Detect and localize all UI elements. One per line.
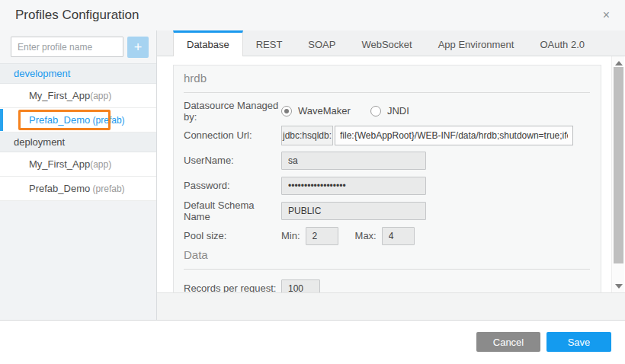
radio-wavemaker-label: WaveMaker bbox=[298, 105, 351, 117]
jdbc-prefix-box: jdbc:hsqldb: bbox=[281, 126, 333, 145]
radio-jndi-label: JNDI bbox=[387, 105, 409, 117]
tab-database[interactable]: Database bbox=[173, 30, 243, 56]
profile-search-row: + bbox=[0, 30, 156, 64]
username-label: UserName: bbox=[184, 155, 281, 166]
pool-max-input[interactable] bbox=[382, 227, 415, 245]
profile-item-label: My_First_App bbox=[29, 158, 90, 170]
profiles-sidebar: + development My_First_App(app) Prefab_D… bbox=[0, 30, 157, 320]
data-section-title: Data bbox=[184, 248, 590, 264]
pool-size-label: Pool size: bbox=[184, 230, 281, 241]
password-row: Password: bbox=[184, 173, 590, 198]
datasource-radio-group: WaveMaker JNDI bbox=[281, 105, 409, 117]
pool-min-input[interactable] bbox=[306, 227, 338, 245]
scroll-up-icon[interactable] bbox=[615, 61, 623, 65]
tab-rest[interactable]: REST bbox=[243, 30, 296, 56]
horizontal-scroll-track[interactable] bbox=[157, 292, 625, 320]
schema-input[interactable] bbox=[281, 202, 426, 220]
tab-soap[interactable]: SOAP bbox=[295, 30, 348, 56]
service-tabbar: Database REST SOAP WebSocket App Environ… bbox=[157, 30, 625, 56]
sidebar-item-my-first-app-dev[interactable]: My_First_App(app) bbox=[0, 84, 156, 108]
sidebar-item-my-first-app-deploy[interactable]: My_First_App(app) bbox=[0, 152, 156, 177]
sidebar-group-development[interactable]: development bbox=[0, 64, 156, 84]
add-profile-button[interactable]: + bbox=[127, 37, 149, 58]
datasource-row: Datasource Managed by: WaveMaker JNDI bbox=[184, 99, 590, 123]
cancel-button[interactable]: Cancel bbox=[476, 332, 540, 352]
pool-max-label: Max: bbox=[355, 230, 377, 241]
radio-option-jndi[interactable]: JNDI bbox=[370, 105, 409, 117]
sidebar-empty-area bbox=[0, 201, 156, 320]
pool-min-label: Min: bbox=[281, 230, 300, 241]
radio-jndi-icon[interactable] bbox=[370, 106, 381, 117]
profile-name-input[interactable] bbox=[11, 37, 123, 57]
sidebar-item-prefab-demo-dev[interactable]: Prefab_Demo (prefab) bbox=[0, 108, 156, 133]
scrollbar-thumb[interactable] bbox=[614, 67, 623, 263]
profile-item-type: (prefab) bbox=[90, 184, 124, 194]
profiles-configuration-dialog: Profiles Configuration × + development M… bbox=[0, 0, 625, 364]
tab-websocket[interactable]: WebSocket bbox=[348, 30, 425, 56]
profile-item-type: (prefab) bbox=[90, 115, 124, 126]
dialog-footer: Cancel Save bbox=[0, 321, 625, 363]
section-divider bbox=[184, 92, 590, 93]
profile-item-type: (app) bbox=[90, 91, 111, 101]
profile-item-type: (app) bbox=[90, 159, 111, 170]
profile-item-label: Prefab_Demo bbox=[29, 183, 90, 194]
sidebar-group-deployment[interactable]: deployment bbox=[0, 133, 156, 152]
vertical-scrollbar[interactable] bbox=[611, 56, 624, 293]
save-button[interactable]: Save bbox=[546, 332, 611, 352]
tab-content: hrdb Datasource Managed by: WaveMaker JN… bbox=[157, 56, 625, 320]
database-config-card: hrdb Datasource Managed by: WaveMaker JN… bbox=[173, 65, 601, 293]
dialog-title: Profiles Configuration bbox=[15, 8, 600, 23]
password-input[interactable] bbox=[281, 177, 426, 195]
close-icon[interactable]: × bbox=[600, 8, 613, 23]
schema-label: Default Schema Name bbox=[184, 200, 281, 222]
dialog-body: + development My_First_App(app) Prefab_D… bbox=[0, 30, 625, 321]
sidebar-item-prefab-demo-deploy[interactable]: Prefab_Demo (prefab) bbox=[0, 177, 156, 201]
connection-url-input[interactable] bbox=[335, 126, 573, 145]
username-row: UserName: bbox=[184, 148, 590, 173]
radio-option-wavemaker[interactable]: WaveMaker bbox=[281, 105, 351, 117]
username-input[interactable] bbox=[281, 152, 426, 170]
db-section-title: hrdb bbox=[184, 72, 590, 88]
radio-wavemaker-icon[interactable] bbox=[281, 106, 292, 117]
profile-item-label: My_First_App bbox=[29, 90, 90, 101]
scroll-down-icon[interactable] bbox=[615, 284, 623, 289]
profile-detail-panel: Database REST SOAP WebSocket App Environ… bbox=[157, 30, 625, 320]
tab-app-environment[interactable]: App Environment bbox=[425, 30, 527, 56]
section-divider bbox=[184, 269, 590, 270]
connection-url-label: Connection Url: bbox=[184, 129, 281, 141]
datasource-label: Datasource Managed by: bbox=[184, 100, 281, 123]
password-label: Password: bbox=[184, 180, 281, 191]
schema-row: Default Schema Name bbox=[184, 198, 590, 223]
pool-size-row: Pool size: Min: Max: bbox=[184, 223, 590, 248]
selected-indicator-bar bbox=[0, 109, 3, 131]
tab-oauth[interactable]: OAuth 2.0 bbox=[527, 30, 598, 56]
connection-url-row: Connection Url: jdbc:hsqldb: bbox=[184, 123, 590, 148]
profile-item-label: Prefab_Demo bbox=[29, 114, 90, 126]
dialog-header: Profiles Configuration × bbox=[0, 0, 625, 30]
